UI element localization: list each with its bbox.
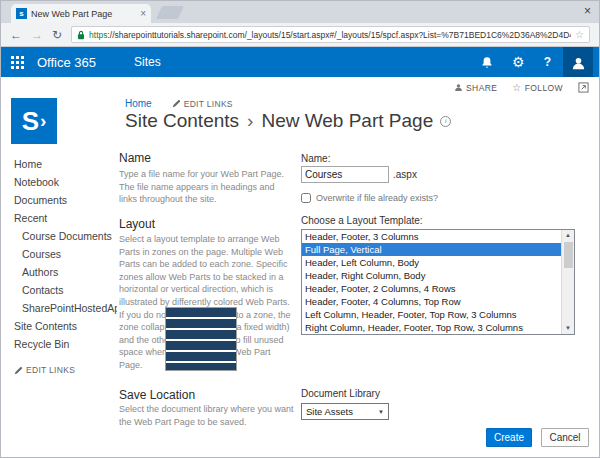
cancel-button[interactable]: Cancel — [541, 428, 589, 447]
browser-tab[interactable]: s New Web Part Page × — [11, 4, 151, 23]
sidebar-heading-recent: Recent — [14, 209, 117, 227]
sidebar-item-course-documents[interactable]: Course Documents — [14, 227, 117, 245]
chevron-down-icon: ▼ — [378, 409, 384, 415]
layout-option[interactable]: Left Column, Header, Footer, Top Row, 3 … — [302, 308, 561, 321]
page-title: Site Contents › New Web Part Page i — [125, 110, 451, 132]
sidebar-item-sharepointhostedapp[interactable]: SharePointHostedApp — [14, 299, 117, 317]
gear-icon[interactable]: ⚙ — [512, 55, 525, 69]
sidebar-item-contacts[interactable]: Contacts — [14, 281, 117, 299]
page-title-parent[interactable]: Site Contents — [125, 110, 239, 132]
office365-brand[interactable]: Office 365 — [37, 55, 96, 70]
layout-option[interactable]: Header, Right Column, Body — [302, 269, 561, 282]
layout-chooser-label: Choose a Layout Template: — [301, 215, 423, 226]
follow-label: FOLLOW — [525, 83, 563, 93]
overwrite-label: Overwrite if file already exists? — [316, 193, 438, 203]
back-icon[interactable]: ← — [10, 29, 22, 41]
name-field-row: .aspx — [301, 166, 417, 183]
sidebar-item-home[interactable]: Home — [14, 155, 117, 173]
quick-launch-nav: Home Notebook Documents Recent Course Do… — [14, 155, 117, 375]
command-bar: SHARE ☆ FOLLOW — [1, 77, 599, 98]
sidebar-item-site-contents[interactable]: Site Contents — [14, 317, 117, 335]
share-label: SHARE — [466, 83, 497, 93]
sidebar-item-courses[interactable]: Courses — [14, 245, 117, 263]
edit-links-top[interactable]: EDIT LINKS — [172, 99, 233, 109]
layout-option-selected[interactable]: Full Page, Vertical — [302, 243, 561, 256]
new-web-part-page-form: Name Type a file name for your Web Part … — [119, 151, 591, 458]
pencil-icon — [172, 99, 181, 108]
name-section-heading: Name — [119, 151, 151, 165]
focus-on-content-icon[interactable] — [578, 82, 589, 93]
overwrite-row: Overwrite if file already exists? — [301, 193, 438, 203]
tab-close-icon[interactable]: × — [140, 9, 146, 19]
logo-chevron: › — [40, 110, 46, 132]
tab-title: New Web Part Page — [31, 9, 136, 19]
layout-option[interactable]: Header, Left Column, Body — [302, 256, 561, 269]
document-library-label: Document Library — [301, 388, 380, 399]
refresh-icon[interactable]: ↻ — [52, 29, 62, 41]
sidebar-item-authors[interactable]: Authors — [14, 263, 117, 281]
name-input[interactable] — [301, 166, 389, 183]
window-close-icon[interactable]: × — [584, 4, 591, 18]
sidebar-item-notebook[interactable]: Notebook — [14, 173, 117, 191]
url-path: ://sharepointtutorials.sharepoint.com/_l… — [108, 30, 572, 40]
breadcrumb-home-link[interactable]: Home — [125, 98, 152, 109]
breadcrumb: Home EDIT LINKS — [125, 98, 233, 109]
layout-option[interactable]: Right Column, Header, Footer, Top Row, 3… — [302, 321, 561, 334]
sidebar-item-recycle-bin[interactable]: Recycle Bin — [14, 335, 117, 353]
sharepoint-favicon-icon: s — [16, 8, 27, 19]
layout-section-heading: Layout — [119, 217, 155, 231]
forward-icon[interactable]: → — [31, 29, 43, 41]
aspx-extension-label: .aspx — [393, 169, 417, 180]
scrollbar-thumb[interactable] — [564, 242, 573, 268]
layout-option-list: Header, Footer, 3 Columns Full Page, Ver… — [302, 230, 561, 334]
save-section-heading: Save Location — [119, 388, 195, 402]
layout-option[interactable]: Header, Footer, 2 Columns, 4 Rows — [302, 282, 561, 295]
overwrite-checkbox[interactable] — [301, 193, 311, 203]
url-scheme: https — [89, 30, 107, 40]
new-tab-button[interactable] — [156, 6, 184, 19]
follow-button[interactable]: ☆ FOLLOW — [512, 83, 563, 93]
name-section-description: Type a file name for your Web Part Page.… — [119, 168, 287, 206]
name-field-label: Name: — [301, 153, 330, 164]
layout-option[interactable]: Header, Footer, 3 Columns — [302, 230, 561, 243]
url-text: https://sharepointtutorials.sharepoint.c… — [89, 30, 571, 40]
page-title-separator: › — [247, 110, 253, 132]
scroll-down-icon[interactable]: ▼ — [562, 323, 574, 334]
edit-links-label: EDIT LINKS — [26, 365, 75, 375]
bookmark-star-icon[interactable]: ☆ — [575, 30, 584, 40]
suite-icons: ⚙ ? — [481, 47, 551, 77]
browser-window: s New Web Part Page × × ← → ↻ https://sh… — [0, 0, 600, 458]
sharepoint-logo: S › — [11, 98, 57, 144]
address-bar[interactable]: https://sharepointtutorials.sharepoint.c… — [71, 26, 590, 43]
info-icon[interactable]: i — [440, 116, 451, 127]
suite-nav-sites[interactable]: Sites — [134, 55, 161, 69]
document-library-value: Site Assets — [306, 406, 353, 417]
listbox-scrollbar[interactable]: ▲ ▼ — [561, 230, 574, 334]
share-person-icon — [454, 83, 463, 92]
layout-template-listbox[interactable]: Header, Footer, 3 Columns Full Page, Ver… — [301, 229, 575, 335]
browser-titlebar: s New Web Part Page × × — [1, 1, 599, 23]
browser-toolbar: ← → ↻ https://sharepointtutorials.sharep… — [1, 23, 599, 47]
padlock-icon — [77, 30, 85, 40]
save-section-description: Select the document library where you wa… — [119, 403, 297, 428]
help-icon[interactable]: ? — [544, 56, 551, 68]
document-library-dropdown[interactable]: Site Assets ▼ — [301, 403, 389, 420]
share-button[interactable]: SHARE — [454, 83, 497, 93]
logo-letter: S — [22, 106, 39, 137]
edit-links-sidebar[interactable]: EDIT LINKS — [14, 365, 117, 375]
scroll-up-icon[interactable]: ▲ — [562, 230, 574, 241]
create-button[interactable]: Create — [486, 428, 532, 447]
layout-preview-image — [165, 307, 237, 371]
follow-star-icon: ☆ — [512, 83, 521, 93]
layout-option[interactable]: Header, Footer, 4 Columns, Top Row — [302, 295, 561, 308]
pencil-icon — [14, 366, 23, 375]
bell-icon[interactable] — [481, 56, 493, 69]
sidebar-item-documents[interactable]: Documents — [14, 191, 117, 209]
edit-links-label: EDIT LINKS — [184, 99, 233, 109]
user-avatar[interactable] — [563, 47, 593, 80]
app-launcher-icon[interactable] — [11, 56, 24, 69]
page-title-current: New Web Part Page — [261, 110, 433, 132]
